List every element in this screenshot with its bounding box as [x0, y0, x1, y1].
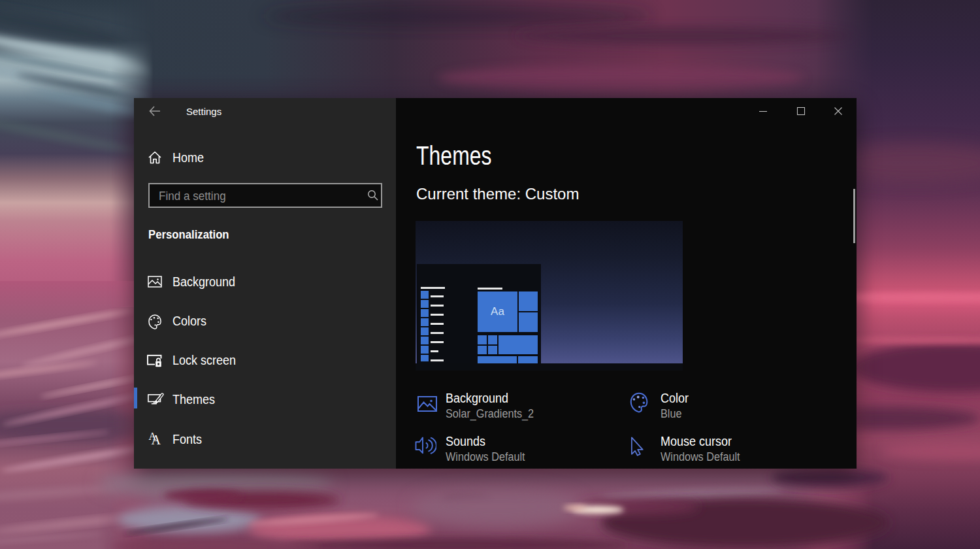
svg-text:A: A	[152, 433, 161, 446]
